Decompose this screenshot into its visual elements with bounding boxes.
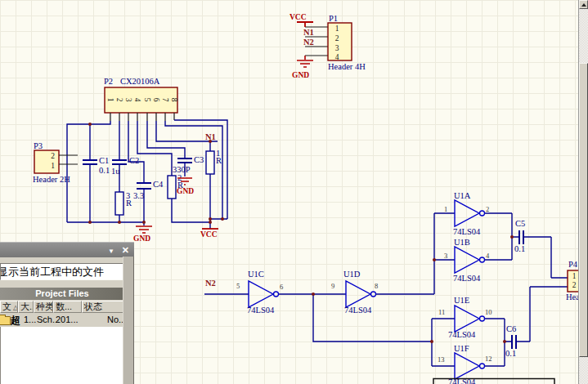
- u1c-ref[interactable]: U1C: [248, 270, 264, 279]
- inverter-u1e[interactable]: U1E 11 10 74LS04: [438, 296, 492, 339]
- panel-collapse-icon[interactable]: ▼: [108, 247, 114, 257]
- resistor-r3[interactable]: 3 R: [115, 191, 132, 215]
- p1-body[interactable]: [328, 23, 352, 60]
- project-panel[interactable]: ▼ ✕ 显示当前工程中的文件 Project Files 文△ 大... 种类 …: [0, 242, 134, 384]
- file-size: 1...: [24, 315, 36, 324]
- c5-plates: [519, 230, 523, 244]
- p4-ref[interactable]: P4: [568, 260, 578, 269]
- u1a-part[interactable]: 74LS04: [453, 227, 481, 236]
- u1d-ref[interactable]: U1D: [343, 270, 361, 279]
- u1b-part[interactable]: 74LS04: [453, 274, 481, 283]
- ic-p2-cx20106a[interactable]: P2 CX20106A 1 2 3 4 5 6 7 8: [104, 77, 178, 121]
- c2-val[interactable]: 1u: [111, 167, 120, 176]
- column-size[interactable]: 大...: [18, 301, 34, 313]
- vertical-scrollbar[interactable]: [578, 0, 588, 384]
- p2-part[interactable]: CX20106A: [120, 77, 160, 86]
- inverter-u1c[interactable]: N2 U1C 5 6 74LS04: [205, 270, 283, 315]
- c1-ref[interactable]: C1: [99, 156, 109, 165]
- p1-pin-1: 1: [335, 25, 339, 33]
- scroll-up-button[interactable]: [579, 0, 588, 9]
- c4-val[interactable]: 3.3: [133, 191, 144, 200]
- u1d-pin-out: 8: [375, 282, 378, 290]
- u1d-part[interactable]: 74LS04: [344, 306, 372, 315]
- capacitor-c1[interactable]: C1 0.1: [83, 156, 110, 175]
- vcc-label-bottom[interactable]: VCC: [200, 230, 218, 239]
- scrollbar-thumb[interactable]: [579, 63, 588, 357]
- file-list-area[interactable]: [0, 327, 124, 384]
- c3-gnd-label[interactable]: GND: [177, 187, 194, 195]
- u1c-pin-in: 5: [236, 282, 240, 290]
- c2-ref[interactable]: C2: [129, 156, 139, 165]
- p1-ref[interactable]: P1: [329, 14, 338, 23]
- u1f-triangle[interactable]: [455, 353, 479, 379]
- column-name[interactable]: 文△: [0, 301, 18, 313]
- c5-ref[interactable]: C5: [515, 219, 525, 228]
- u1b-pin-out: 4: [486, 252, 490, 260]
- column-kind[interactable]: 种类: [34, 301, 53, 313]
- p1-pin-4: 4: [335, 53, 339, 61]
- u1c-part[interactable]: 74LS04: [247, 306, 275, 315]
- project-files-header[interactable]: Project Files: [0, 288, 124, 300]
- r3-val[interactable]: R: [126, 199, 132, 208]
- rail-gnd-symbol[interactable]: [136, 226, 152, 233]
- r2-body[interactable]: [168, 176, 176, 199]
- rail-gnd[interactable]: GND: [133, 226, 152, 243]
- panel-filter-box[interactable]: 显示当前工程中的文件: [0, 263, 124, 280]
- file-name: 超: [11, 314, 20, 328]
- u1e-ref[interactable]: U1E: [454, 296, 469, 305]
- r3-body[interactable]: [115, 192, 123, 215]
- gnd-symbol[interactable]: [297, 56, 313, 67]
- p2-pin-6: 6: [152, 98, 160, 102]
- u1f-ref[interactable]: U1F: [454, 344, 469, 353]
- c4-ref[interactable]: C4: [153, 180, 164, 189]
- u1d-triangle[interactable]: [346, 281, 370, 307]
- net-label-n2-main[interactable]: N2: [205, 279, 216, 288]
- vcc-power-bar[interactable]: [297, 22, 313, 27]
- net-label-n1[interactable]: N1: [303, 28, 314, 37]
- capacitor-c4[interactable]: C4 3.3: [133, 180, 164, 200]
- rail-gnd-label[interactable]: GND: [133, 234, 150, 243]
- file-table-header[interactable]: 文△ 大... 种类 数... 状态: [0, 301, 124, 313]
- capacitor-c2[interactable]: C2 1u: [111, 156, 139, 176]
- u1b-ref[interactable]: U1B: [454, 238, 470, 247]
- arrow-up-icon: [581, 3, 586, 7]
- inverter-u1d[interactable]: U1D 9 8 74LS04: [331, 270, 378, 315]
- column-date[interactable]: 数...: [53, 301, 82, 313]
- u1a-triangle[interactable]: [455, 200, 479, 226]
- panel-close-icon[interactable]: ✕: [122, 245, 129, 255]
- c5-val[interactable]: 0.1: [514, 244, 525, 253]
- panel-right-edge: [123, 257, 134, 384]
- capacitor-c5[interactable]: C5 0.1: [514, 219, 525, 253]
- r1-val[interactable]: R: [216, 156, 222, 165]
- p2-pin-1: 1: [106, 98, 114, 102]
- u1a-ref[interactable]: U1A: [454, 191, 471, 200]
- gnd-label[interactable]: GND: [292, 71, 309, 79]
- p2-ref[interactable]: P2: [104, 77, 113, 86]
- p2-pin-2: 2: [115, 98, 123, 102]
- c3-ref[interactable]: C3: [194, 155, 204, 164]
- u1d-pin-in: 9: [331, 282, 334, 290]
- net-label-n2[interactable]: N2: [303, 38, 314, 47]
- vcc-label[interactable]: VCC: [290, 13, 307, 21]
- connector-p3[interactable]: P3 2 1 Header 2H: [33, 141, 78, 184]
- u1e-triangle[interactable]: [455, 306, 479, 332]
- inverter-u1f[interactable]: U1F 13 12 74LS04: [438, 344, 492, 384]
- u1b-triangle[interactable]: [455, 247, 479, 273]
- p3-desc[interactable]: Header 2H: [33, 175, 70, 184]
- u1e-part[interactable]: 74LS04: [448, 330, 476, 339]
- p3-ref[interactable]: P3: [34, 141, 43, 150]
- p3-body[interactable]: [34, 150, 59, 173]
- panel-titlebar[interactable]: ▼ ✕: [0, 242, 134, 257]
- c1-val[interactable]: 0.1: [99, 166, 110, 175]
- column-status[interactable]: 状态: [82, 301, 124, 313]
- c6-ref[interactable]: C6: [506, 324, 516, 333]
- wires-left-cluster: [67, 120, 227, 229]
- file-row[interactable]: 超 1... Sch... 201... No...: [0, 313, 124, 327]
- c6-val[interactable]: 0.1: [505, 349, 516, 358]
- schematic-editor-screen: VCC N1 N2 GND 1 2 3 4 P1 Header 4H P2 CX…: [0, 0, 588, 384]
- u1c-triangle[interactable]: [249, 281, 273, 307]
- c3-val[interactable]: 330P: [173, 165, 191, 174]
- r1-body[interactable]: [206, 151, 214, 174]
- p1-desc[interactable]: Header 4H: [328, 62, 366, 71]
- connector-p1[interactable]: VCC N1 N2 GND 1 2 3 4 P1 Header 4H: [290, 13, 366, 79]
